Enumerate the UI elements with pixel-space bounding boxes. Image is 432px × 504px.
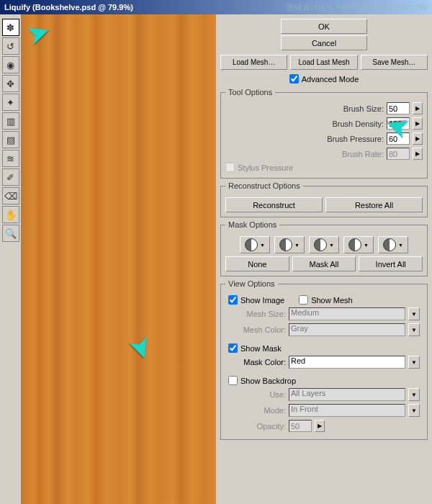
mesh-size-select: Medium [289, 307, 405, 320]
annotation-arrow-icon: ➤ [122, 330, 162, 365]
brush-rate-stepper[interactable]: ▶ [413, 148, 423, 160]
advanced-mode-checkbox[interactable] [289, 74, 299, 84]
opacity-label: Opacity: [228, 422, 286, 431]
chevron-down-icon: ▼ [408, 388, 420, 401]
annotation-arrow-icon: ➤ [21, 13, 55, 53]
mask-all-button[interactable]: Mask All [292, 256, 356, 271]
turbulence-icon[interactable]: ≋ [2, 150, 19, 167]
chevron-down-icon: ▼ [408, 307, 420, 320]
use-label: Use: [228, 390, 286, 399]
advanced-mode-label: Advanced Mode [302, 75, 359, 84]
mask-add-button[interactable]: ▼ [274, 236, 305, 253]
mesh-color-select: Gray [289, 323, 405, 336]
thaw-mask-icon[interactable]: ⌫ [2, 187, 19, 204]
hand-icon[interactable]: ✋ [2, 206, 19, 223]
brush-density-stepper[interactable]: ▶ [413, 117, 423, 130]
cancel-button[interactable]: Cancel [281, 35, 367, 50]
reconstruct-options-legend: Reconstruct Options [225, 181, 303, 190]
mask-color-label: Mask Color: [228, 358, 286, 366]
mask-icon [314, 238, 327, 251]
push-left-icon[interactable]: ▥ [2, 112, 19, 130]
mesh-color-label: Mesh Color: [228, 325, 286, 334]
brush-size-label: Brush Size: [343, 104, 384, 113]
title-bar: Liquify (Bookshelve.psd @ 79.9%) 思绪设计论坛 … [0, 0, 432, 14]
view-options-legend: View Options [225, 279, 278, 288]
chevron-down-icon: ▼ [260, 243, 265, 248]
chevron-down-icon: ▼ [408, 404, 420, 417]
chevron-down-icon: ▼ [329, 243, 334, 248]
view-options-group: View Options Show Image Show Mesh Mesh S… [220, 279, 428, 440]
reconstruct-icon[interactable]: ↺ [2, 37, 19, 55]
mode-select: In Front [289, 404, 405, 417]
mask-icon [245, 238, 258, 251]
mask-invert-all-button[interactable]: Invert All [359, 256, 423, 271]
mask-options-group: Mask Options ▼ ▼ ▼ ▼ ▼ None Mask All Inv… [220, 220, 428, 276]
brush-pressure-label: Brush Pressure: [327, 135, 384, 143]
restore-all-button[interactable]: Restore All [325, 197, 423, 212]
mask-icon [383, 238, 396, 251]
use-select: All Layers [289, 388, 405, 401]
stylus-pressure-checkbox [225, 163, 235, 172]
show-mask-label: Show Mask [240, 344, 282, 353]
load-mesh-button[interactable]: Load Mesh… [220, 55, 287, 70]
canvas-preview[interactable]: ➤ ➤ [22, 14, 216, 504]
reconstruct-options-group: Reconstruct Options Reconstruct Restore … [220, 181, 428, 217]
brush-rate-input [387, 148, 410, 160]
mesh-size-label: Mesh Size: [228, 310, 286, 318]
show-mask-checkbox[interactable] [228, 343, 238, 353]
window-title: Liquify (Bookshelve.psd @ 79.9%) [4, 0, 133, 14]
show-image-label: Show Image [240, 296, 284, 305]
pucker-icon[interactable]: ✥ [2, 75, 19, 92]
options-panel: OK Cancel Load Mesh… Load Last Mesh Save… [216, 14, 432, 504]
mask-color-select[interactable]: Red [289, 356, 405, 369]
forward-warp-icon[interactable]: ✽ [2, 19, 19, 36]
chevron-down-icon: ▼ [408, 323, 420, 336]
freeze-mask-icon[interactable]: ✐ [2, 168, 19, 186]
ok-button[interactable]: OK [281, 19, 367, 34]
reconstruct-button[interactable]: Reconstruct [225, 197, 323, 212]
brush-size-stepper[interactable]: ▶ [413, 102, 423, 114]
show-mesh-label: Show Mesh [311, 296, 352, 305]
mask-subtract-button[interactable]: ▼ [309, 236, 339, 253]
mask-icon [348, 238, 361, 251]
mask-invert-button[interactable]: ▼ [378, 236, 408, 253]
chevron-down-icon: ▼ [398, 243, 403, 248]
brush-pressure-stepper[interactable]: ▶ [413, 132, 423, 145]
mode-label: Mode: [228, 406, 286, 415]
mask-replace-button[interactable]: ▼ [240, 236, 270, 253]
show-mesh-checkbox[interactable] [299, 295, 308, 305]
show-backdrop-checkbox[interactable] [228, 376, 238, 385]
mask-none-button[interactable]: None [225, 256, 289, 271]
bloat-icon[interactable]: ✦ [2, 94, 19, 111]
chevron-down-icon: ▼ [364, 243, 369, 248]
toolbox: ✽↺◉✥✦▥▨≋✐⌫✋🔍 [0, 14, 22, 504]
stylus-pressure-label: Stylus Pressure [238, 163, 293, 172]
mask-icon [279, 238, 292, 251]
brush-density-label: Brush Density: [332, 120, 384, 128]
chevron-down-icon[interactable]: ▼ [408, 356, 420, 369]
show-image-checkbox[interactable] [228, 295, 238, 305]
watermark: 思绪设计论坛 • WWW.MISSYUAN.COM [287, 0, 428, 14]
load-last-mesh-button[interactable]: Load Last Mesh [290, 55, 357, 70]
show-backdrop-label: Show Backdrop [240, 377, 296, 385]
opacity-input [289, 420, 312, 432]
mask-intersect-button[interactable]: ▼ [343, 236, 374, 253]
mirror-icon[interactable]: ▨ [2, 131, 19, 148]
chevron-down-icon: ▼ [294, 243, 300, 248]
save-mesh-button[interactable]: Save Mesh… [361, 55, 428, 70]
opacity-stepper: ▶ [315, 420, 325, 432]
brush-rate-label: Brush Rate: [342, 150, 384, 158]
twirl-icon[interactable]: ◉ [2, 56, 19, 73]
mask-options-legend: Mask Options [225, 220, 279, 229]
tool-options-legend: Tool Options [225, 88, 275, 96]
zoom-icon[interactable]: 🔍 [2, 225, 19, 242]
